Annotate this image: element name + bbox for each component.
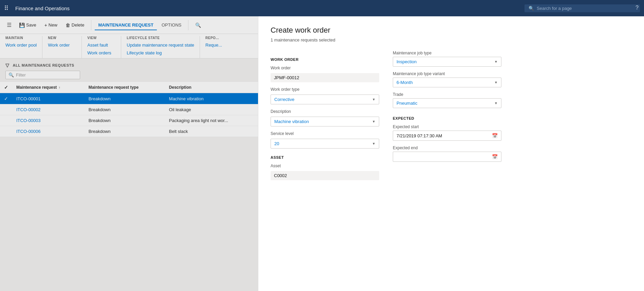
- maintenance-job-type-label: Maintenance job type: [393, 51, 501, 55]
- work-order-section-label: WORK ORDER: [271, 57, 379, 62]
- table-row[interactable]: ITCO-00003BreakdownPackaging area light …: [0, 115, 258, 126]
- row-description: Packaging area light not wor...: [165, 115, 258, 126]
- ribbon-group-maintain: MAINTAIN Work order pool: [5, 36, 42, 58]
- ribbon-work-orders[interactable]: Work orders: [87, 50, 115, 56]
- check-mark-icon: ✓: [4, 96, 8, 101]
- form-right-col: Maintenance job type Inspection ▼ Mainte…: [393, 51, 501, 185]
- ribbon-work-order-pool[interactable]: Work order pool: [5, 42, 37, 48]
- maintenance-job-variant-dropdown[interactable]: 6-Month ▼: [393, 78, 501, 87]
- table-header-type[interactable]: Maintenance request type: [85, 82, 165, 93]
- expected-end-input[interactable]: 📅: [393, 152, 501, 162]
- ribbon-reque[interactable]: Reque...: [205, 42, 222, 48]
- row-id-link[interactable]: ITCO-00001: [16, 96, 41, 101]
- app-grid-icon[interactable]: ⠿: [4, 4, 8, 12]
- row-description: Machine vibration: [165, 93, 258, 104]
- panel-subtitle: 1 maintenance requests selected: [271, 37, 632, 42]
- options-tab[interactable]: OPTIONS: [158, 20, 185, 30]
- search-button[interactable]: 🔍: [192, 20, 204, 30]
- form-two-col: WORK ORDER Work order JPMF-00012 Work or…: [271, 51, 632, 185]
- work-order-field: Work order JPMF-00012: [271, 66, 379, 82]
- maintenance-job-variant-field: Maintenance job type variant 6-Month ▼: [393, 71, 501, 87]
- table-wrapper: ✓ Maintenance request ↑ Maintenance requ…: [0, 82, 258, 137]
- ribbon-asset-fault[interactable]: Asset fault: [87, 42, 115, 48]
- row-description: Belt slack: [165, 126, 258, 137]
- service-level-dropdown[interactable]: 20 ▼: [271, 139, 379, 149]
- help-icon[interactable]: ?: [636, 5, 639, 11]
- trade-arrow: ▼: [494, 101, 498, 105]
- work-order-type-label: Work order type: [271, 87, 379, 92]
- row-type: Breakdown: [85, 126, 165, 137]
- hamburger-icon[interactable]: ☰: [4, 19, 14, 31]
- table-header-check: ✓: [0, 82, 12, 93]
- expected-start-input[interactable]: 7/21/2019 07:17:30 AM 📅: [393, 131, 501, 141]
- description-label: Description: [271, 109, 379, 114]
- delete-icon: 🗑: [66, 22, 70, 28]
- row-check[interactable]: [0, 115, 12, 126]
- ribbon-lifecycle-log[interactable]: Lifecycle state log: [127, 50, 194, 56]
- row-check[interactable]: [0, 126, 12, 137]
- service-level-selected: 20: [274, 141, 279, 146]
- ribbon-update-state[interactable]: Update maintenance request state: [127, 42, 194, 48]
- description-field: Description Machine vibration ▼: [271, 109, 379, 126]
- delete-button[interactable]: 🗑 Delete: [62, 20, 88, 30]
- maintenance-request-tab[interactable]: MAINTENANCE REQUEST: [95, 20, 157, 30]
- filter-input[interactable]: [16, 72, 77, 78]
- panel-title: Create work order: [271, 26, 632, 35]
- sort-icon: ↑: [59, 86, 60, 89]
- table-header-request[interactable]: Maintenance request ↑: [12, 82, 85, 93]
- work-order-type-dropdown[interactable]: Corrective ▼: [271, 95, 379, 104]
- expected-start-field: Expected start 7/21/2019 07:17:30 AM 📅: [393, 124, 501, 141]
- check-all-icon[interactable]: ✓: [4, 85, 8, 90]
- maintenance-job-type-arrow: ▼: [494, 60, 498, 64]
- row-id[interactable]: ITCO-00002: [12, 104, 85, 115]
- new-button[interactable]: + New: [41, 20, 61, 30]
- asset-value: C0002: [271, 171, 379, 180]
- maintenance-job-type-field: Maintenance job type Inspection ▼: [393, 51, 501, 67]
- filter-input-box[interactable]: 🔍: [5, 71, 80, 79]
- table-row[interactable]: ✓ITCO-00001BreakdownMachine vibration: [0, 93, 258, 104]
- section-header: ▽ ALL MAINTENANCE REQUESTS: [0, 58, 258, 71]
- row-id[interactable]: ITCO-00006: [12, 126, 85, 137]
- search-box[interactable]: 🔍: [525, 4, 640, 12]
- main-layout: ☰ 💾 Save + New 🗑 Delete MAINTENANCE REQU…: [0, 16, 644, 291]
- maintenance-job-variant-label: Maintenance job type variant: [393, 71, 501, 76]
- filter-icon[interactable]: ▽: [5, 63, 10, 68]
- trade-label: Trade: [393, 92, 501, 97]
- asset-field: Asset C0002: [271, 164, 379, 180]
- save-icon: 💾: [19, 22, 25, 28]
- asset-section-label: ASSET: [271, 155, 379, 159]
- work-order-label: Work order: [271, 66, 379, 70]
- toolbar: ☰ 💾 Save + New 🗑 Delete MAINTENANCE REQU…: [0, 16, 258, 34]
- service-level-field: Service level 20 ▼: [271, 131, 379, 149]
- row-id-link[interactable]: ITCO-00003: [16, 118, 41, 123]
- table-header-description[interactable]: Description: [165, 82, 258, 93]
- trade-field: Trade Pneumatic ▼: [393, 92, 501, 108]
- row-id-link[interactable]: ITCO-00006: [16, 129, 41, 134]
- row-id-link[interactable]: ITCO-00002: [16, 107, 41, 112]
- row-check[interactable]: ✓: [0, 93, 12, 104]
- ribbon-work-order[interactable]: Work order: [48, 42, 70, 48]
- expected-start-calendar-icon[interactable]: 📅: [492, 133, 498, 138]
- row-type: Breakdown: [85, 93, 165, 104]
- table-row[interactable]: ITCO-00002BreakdownOil leakage: [0, 104, 258, 115]
- content-area: ▽ ALL MAINTENANCE REQUESTS 🔍 ✓: [0, 58, 258, 291]
- trade-dropdown[interactable]: Pneumatic ▼: [393, 98, 501, 108]
- description-dropdown[interactable]: Machine vibration ▼: [271, 117, 379, 126]
- filter-search-icon: 🔍: [8, 72, 14, 78]
- search-input[interactable]: [537, 6, 636, 11]
- ribbon-group-new: NEW Work order: [48, 36, 82, 58]
- work-order-type-selected: Corrective: [274, 97, 294, 102]
- service-level-label: Service level: [271, 131, 379, 136]
- maintenance-job-type-dropdown[interactable]: Inspection ▼: [393, 57, 501, 67]
- row-id[interactable]: ITCO-00001: [12, 93, 85, 104]
- app-title: Finance and Operations: [15, 5, 70, 11]
- table-row[interactable]: ITCO-00006BreakdownBelt slack: [0, 126, 258, 137]
- expected-end-calendar-icon[interactable]: 📅: [492, 154, 498, 159]
- row-id[interactable]: ITCO-00003: [12, 115, 85, 126]
- expected-end-field: Expected end 📅: [393, 146, 501, 162]
- save-button[interactable]: 💾 Save: [16, 20, 40, 30]
- filter-row: 🔍: [0, 71, 258, 82]
- row-check[interactable]: [0, 104, 12, 115]
- work-order-type-field: Work order type Corrective ▼: [271, 87, 379, 104]
- search-toolbar-icon: 🔍: [195, 22, 201, 28]
